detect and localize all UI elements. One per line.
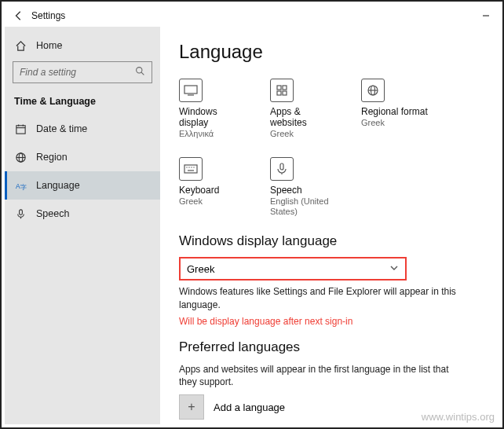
tile-keyboard[interactable]: Keyboard Greek — [179, 157, 247, 216]
display-language-heading: Windows display language — [179, 233, 480, 249]
tile-windows-display[interactable]: Windows display Ελληνικά — [179, 79, 247, 138]
tile-sub: Greek — [179, 196, 247, 207]
sidebar-item-language[interactable]: A字 Language — [5, 171, 160, 200]
microphone-icon — [14, 207, 27, 220]
tile-sub: Greek — [270, 129, 338, 139]
sidebar-item-speech[interactable]: Speech — [5, 200, 160, 228]
tile-regional-format[interactable]: Regional format Greek — [361, 79, 429, 138]
svg-point-26 — [193, 167, 194, 168]
svg-rect-15 — [277, 86, 281, 90]
tile-sub: Ελληνικά — [179, 129, 247, 139]
language-icon: A字 — [14, 179, 27, 192]
window-title: Settings — [31, 10, 65, 21]
svg-point-23 — [186, 167, 187, 168]
watermark: www.wintips.org — [422, 411, 495, 423]
svg-line-2 — [141, 72, 144, 75]
dropdown-value: Greek — [187, 263, 214, 275]
apps-icon — [270, 79, 294, 102]
back-icon[interactable] — [13, 9, 25, 22]
svg-rect-17 — [277, 91, 281, 95]
display-language-warning: Will be display language after next sign… — [179, 316, 480, 327]
svg-rect-28 — [280, 163, 283, 170]
add-language-label: Add a language — [214, 402, 285, 413]
sidebar-item-label: Region — [36, 152, 68, 163]
svg-rect-16 — [283, 86, 287, 90]
svg-rect-12 — [19, 209, 22, 214]
tile-title: Regional format — [361, 107, 429, 118]
tile-title: Windows display — [179, 107, 247, 129]
svg-rect-22 — [184, 165, 197, 173]
svg-point-25 — [191, 167, 192, 168]
search-placeholder: Find a setting — [20, 67, 76, 78]
tile-speech[interactable]: Speech English (United States) — [270, 157, 338, 216]
svg-rect-3 — [16, 125, 24, 133]
nav-home-label: Home — [36, 40, 62, 51]
sidebar-item-date-time[interactable]: Date & time — [5, 115, 160, 143]
tile-title: Apps & websites — [270, 107, 338, 129]
page-title: Language — [179, 41, 480, 63]
keyboard-icon — [179, 157, 203, 181]
mic-icon — [270, 157, 294, 181]
search-icon — [135, 66, 145, 79]
svg-point-24 — [188, 167, 189, 168]
sidebar-item-label: Date & time — [36, 123, 87, 134]
search-input[interactable]: Find a setting — [13, 61, 152, 83]
display-language-desc: Windows features like Settings and File … — [179, 285, 462, 310]
svg-rect-18 — [283, 91, 287, 95]
monitor-icon — [179, 79, 203, 102]
globe-icon — [14, 151, 27, 163]
sidebar: Home Find a setting Time & Language Date… — [5, 27, 160, 424]
display-language-dropdown[interactable]: Greek — [179, 257, 407, 280]
tile-apps-websites[interactable]: Apps & websites Greek — [270, 79, 338, 138]
plus-icon: + — [179, 394, 204, 420]
tile-title: Speech — [270, 185, 338, 196]
minimize-icon[interactable] — [477, 7, 495, 24]
language-tiles: Windows display Ελληνικά Apps & websites… — [179, 79, 480, 216]
sidebar-item-label: Language — [36, 180, 80, 191]
sidebar-item-region[interactable]: Region — [5, 143, 160, 171]
region-icon — [361, 79, 385, 102]
svg-rect-13 — [184, 86, 197, 94]
tile-sub: English (United States) — [270, 196, 338, 216]
svg-point-1 — [137, 68, 142, 73]
nav-home[interactable]: Home — [5, 33, 160, 58]
main-content: Language Windows display Ελληνικά Apps &… — [160, 27, 499, 424]
svg-text:字: 字 — [20, 184, 26, 191]
sidebar-item-label: Speech — [36, 208, 69, 219]
preferred-languages-heading: Preferred languages — [179, 339, 480, 355]
sidebar-section: Time & Language — [5, 91, 160, 115]
chevron-down-icon — [389, 263, 399, 275]
home-icon — [14, 39, 27, 52]
titlebar: Settings — [5, 5, 499, 27]
tile-sub: Greek — [361, 118, 429, 128]
tile-title: Keyboard — [179, 185, 247, 196]
preferred-languages-desc: Apps and websites will appear in the fir… — [179, 363, 462, 388]
window-controls — [477, 7, 495, 24]
calendar-icon — [14, 123, 27, 135]
